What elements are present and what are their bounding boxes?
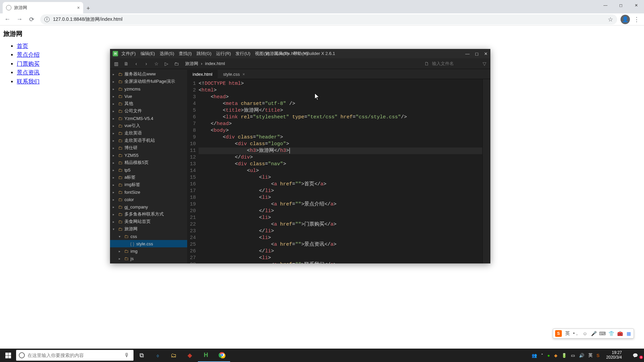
- tree-row[interactable]: ▾🗀旅游网: [110, 225, 187, 233]
- nav-forward-icon[interactable]: ›: [144, 61, 149, 66]
- tree-row[interactable]: ▸🗀博仕研: [110, 144, 187, 152]
- ime-skin-icon[interactable]: 👕: [608, 331, 614, 336]
- tree-row[interactable]: ▸🗀精品模板5页: [110, 159, 187, 166]
- tree-row[interactable]: { }index.html: [110, 262, 187, 263]
- new-file-icon[interactable]: 🗋: [424, 61, 429, 66]
- chrome-app-icon[interactable]: [214, 349, 230, 362]
- page-nav-link[interactable]: 景点介绍: [17, 52, 40, 58]
- ime-lang-tray[interactable]: 英: [588, 352, 593, 358]
- ime-punct-icon[interactable]: •，: [573, 330, 579, 337]
- taskbar-search[interactable]: 🎙: [16, 350, 133, 361]
- ide-menu-item[interactable]: 运行(R): [216, 51, 231, 57]
- tree-row[interactable]: ▸🗀公司文件: [110, 107, 187, 115]
- ime-emoji-icon[interactable]: ☺: [582, 331, 588, 336]
- mic-icon[interactable]: 🎙: [124, 352, 131, 358]
- tree-row[interactable]: ▸🗀多多鱼各种联系方式: [110, 210, 187, 218]
- network-icon[interactable]: ▭: [571, 353, 575, 358]
- ide-maximize-button[interactable]: ◻: [475, 51, 479, 56]
- tree-row[interactable]: ▸🗀img标签: [110, 181, 187, 188]
- page-nav-link[interactable]: 首页: [17, 43, 28, 49]
- tree-row[interactable]: ▸🗀YzmCMS-V5.4: [110, 115, 187, 122]
- tree-row[interactable]: ▸🗀a标签: [110, 174, 187, 181]
- ime-toolbar[interactable]: S 英 •， ☺ 🎤 ⌨ 👕 🧰 ▦: [553, 328, 634, 339]
- ide-menu-item[interactable]: 工具(T): [274, 51, 289, 57]
- ide-menu-item[interactable]: 查找(I): [179, 51, 192, 57]
- toggle-panel-icon[interactable]: ▥: [113, 61, 119, 66]
- profile-avatar[interactable]: 👤: [621, 15, 630, 24]
- app-icon-red[interactable]: ◆: [182, 349, 198, 362]
- ide-menu-item[interactable]: 视图(V): [255, 51, 269, 57]
- browser-maximize-button[interactable]: ◻: [613, 0, 629, 11]
- task-view-button[interactable]: ⧉: [133, 349, 150, 362]
- ime-keyboard-icon[interactable]: ⌨: [599, 331, 605, 336]
- tree-row[interactable]: ▾🗀css: [110, 233, 187, 240]
- ide-menu-item[interactable]: 文件(F): [121, 51, 136, 57]
- reload-button[interactable]: ⟳: [26, 14, 37, 25]
- ide-menu-item[interactable]: 选择(S): [160, 51, 174, 57]
- file-tree[interactable]: ▸🗀服务器站点www▸🗀全屏滚动组件fullPage演示▸🗀yzmcms▸🗀Vu…: [110, 69, 187, 263]
- ide-menu-item[interactable]: 帮助(Y): [293, 51, 308, 57]
- save-icon[interactable]: 🗎: [123, 61, 129, 66]
- tree-row[interactable]: ▸🗀全屏滚动组件fullPage演示: [110, 78, 187, 85]
- nav-back-icon[interactable]: ‹: [133, 61, 139, 66]
- file-explorer-icon[interactable]: 🗂: [166, 349, 182, 362]
- tree-row[interactable]: ▸🗀走欣英语手机站: [110, 137, 187, 144]
- address-bar[interactable]: i 127.0.0.1:8848/旅游网/index.html ☆: [40, 14, 617, 24]
- tray-chevron-up-icon[interactable]: ˄: [541, 353, 543, 358]
- editor-tab[interactable]: style.css×: [218, 70, 250, 79]
- people-icon[interactable]: 👥: [532, 353, 537, 358]
- bookmark-star-icon[interactable]: ☆: [608, 16, 613, 23]
- page-nav-link[interactable]: 景点资讯: [17, 69, 40, 75]
- browser-menu-button[interactable]: ⋮: [631, 16, 642, 23]
- tree-row[interactable]: ▸🗀美食网站首页: [110, 218, 187, 225]
- page-nav-link[interactable]: 门票购买: [17, 61, 40, 67]
- code-editor[interactable]: 1234567891011121314151617181920212223242…: [187, 79, 490, 263]
- ide-minimize-button[interactable]: —: [465, 51, 470, 56]
- battery-icon[interactable]: 🔋: [561, 353, 567, 358]
- sogou-tray-icon[interactable]: S: [597, 353, 600, 358]
- tree-row[interactable]: ▸🗀js: [110, 255, 187, 262]
- ime-lang-indicator[interactable]: 英: [565, 330, 571, 337]
- tree-row[interactable]: ▸🗀走欣英语: [110, 129, 187, 137]
- run-icon[interactable]: ▷: [164, 61, 169, 66]
- editor-tab[interactable]: index.html: [187, 70, 218, 79]
- tree-row[interactable]: ▸🗀fontSize: [110, 188, 187, 196]
- page-nav-link[interactable]: 联系我们: [17, 78, 40, 84]
- tree-row[interactable]: ▸🗀服务器站点www: [110, 70, 187, 78]
- file-search-input[interactable]: [432, 61, 472, 66]
- tree-row[interactable]: ▸🗀gj_company: [110, 203, 187, 210]
- filter-icon[interactable]: ▽: [482, 61, 487, 66]
- wechat-tray-icon[interactable]: ●: [547, 353, 550, 358]
- hbuilder-app-icon[interactable]: H: [198, 349, 214, 362]
- tree-row[interactable]: { }style.css: [110, 240, 187, 247]
- ime-menu-icon[interactable]: ▦: [626, 331, 632, 336]
- site-info-icon[interactable]: i: [44, 17, 50, 22]
- tree-row[interactable]: ▸🗀yzmcms: [110, 85, 187, 93]
- ide-close-button[interactable]: ✕: [484, 51, 488, 56]
- folder-open-icon[interactable]: 🗀: [174, 61, 179, 66]
- browser-tab[interactable]: 旅游网 ×: [3, 2, 83, 13]
- favorite-icon[interactable]: ☆: [154, 61, 159, 66]
- tree-row[interactable]: ▸🗀YZM55: [110, 152, 187, 159]
- tree-row[interactable]: ▸🗀其他: [110, 100, 187, 107]
- code-content[interactable]: <!DOCTYPE html> <html> <head> <meta char…: [199, 79, 490, 263]
- ide-menu-item[interactable]: 编辑(E): [141, 51, 155, 57]
- browser-close-button[interactable]: ✕: [629, 0, 644, 11]
- new-tab-button[interactable]: +: [83, 3, 93, 13]
- ide-menu-item[interactable]: 跳转(G): [197, 51, 212, 57]
- security-tray-icon[interactable]: ◆: [554, 353, 557, 358]
- ime-toolbox-icon[interactable]: 🧰: [617, 331, 623, 336]
- tree-row[interactable]: ▸🗀vue引入: [110, 122, 187, 129]
- back-button[interactable]: ←: [2, 14, 13, 25]
- tab-close-icon[interactable]: ×: [243, 72, 245, 77]
- taskbar-clock[interactable]: 19:27 2020/3/4: [603, 351, 625, 360]
- browser-minimize-button[interactable]: —: [598, 0, 613, 11]
- tree-row[interactable]: ▸🗀color: [110, 196, 187, 203]
- ime-voice-icon[interactable]: 🎤: [591, 331, 597, 336]
- action-center-button[interactable]: 💬: [629, 353, 642, 358]
- taskbar-search-input[interactable]: [28, 353, 121, 358]
- tab-close-icon[interactable]: ×: [77, 5, 80, 10]
- tree-row[interactable]: ▸🗀img: [110, 247, 187, 255]
- minimap[interactable]: [482, 79, 490, 263]
- breadcrumb-file[interactable]: index.html: [205, 61, 225, 66]
